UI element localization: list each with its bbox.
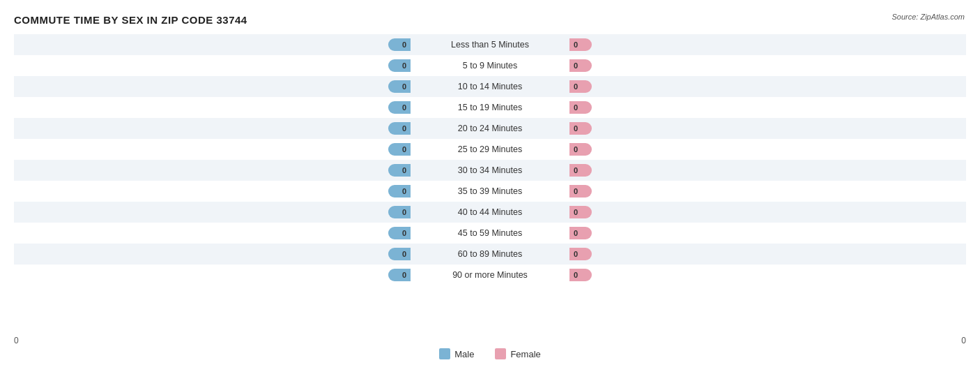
male-value: 0	[402, 229, 406, 237]
female-value: 0	[574, 187, 578, 195]
bar-male: 0	[388, 143, 411, 156]
bar-left-area: 0	[14, 160, 413, 181]
row-label: 45 to 59 Minutes	[413, 228, 567, 238]
bar-male: 0	[388, 227, 411, 239]
legend-male: Male	[439, 348, 474, 359]
bar-section-left: 0 25 to 29 Minutes 0	[14, 139, 966, 160]
row-label: 40 to 44 Minutes	[413, 207, 567, 217]
legend: Male Female	[0, 348, 980, 359]
bar-left-area: 0	[14, 223, 413, 244]
bar-female: 0	[569, 101, 592, 114]
row-label: Less than 5 Minutes	[413, 40, 567, 50]
bar-section-left: 0 60 to 89 Minutes 0	[14, 244, 966, 265]
table-row: 0 Less than 5 Minutes 0	[14, 34, 966, 55]
bar-male: 0	[388, 80, 411, 93]
axis-right: 0	[961, 336, 966, 345]
legend-male-icon	[439, 348, 450, 359]
bar-male: 0	[388, 269, 411, 281]
bar-male: 0	[388, 185, 411, 198]
bar-female: 0	[569, 59, 592, 72]
bar-right-area: 0	[567, 181, 966, 202]
bar-female: 0	[569, 206, 592, 218]
bar-male: 0	[388, 122, 411, 135]
bar-section-left: 0 30 to 34 Minutes 0	[14, 160, 966, 181]
table-row: 0 20 to 24 Minutes 0	[14, 118, 966, 139]
bar-section-left: 0 45 to 59 Minutes 0	[14, 223, 966, 244]
bar-left-area: 0	[14, 118, 413, 139]
table-row: 0 60 to 89 Minutes 0	[14, 244, 966, 265]
bar-left-area: 0	[14, 97, 413, 118]
bar-left-area: 0	[14, 76, 413, 97]
bar-right-area: 0	[567, 223, 966, 244]
bar-female: 0	[569, 80, 592, 93]
male-value: 0	[402, 271, 406, 279]
bar-section-left: 0 90 or more Minutes 0	[14, 265, 966, 285]
male-value: 0	[402, 208, 406, 216]
male-value: 0	[402, 145, 406, 154]
bar-male: 0	[388, 206, 411, 218]
male-value: 0	[402, 250, 406, 258]
bar-left-area: 0	[14, 55, 413, 76]
table-row: 0 10 to 14 Minutes 0	[14, 76, 966, 97]
female-value: 0	[574, 124, 578, 133]
bar-female: 0	[569, 164, 592, 177]
female-value: 0	[574, 229, 578, 237]
chart-title: COMMUTE TIME BY SEX IN ZIP CODE 33744	[14, 14, 966, 26]
bar-section-left: 0 15 to 19 Minutes 0	[14, 97, 966, 118]
bar-section-left: 0 20 to 24 Minutes 0	[14, 118, 966, 139]
table-row: 0 30 to 34 Minutes 0	[14, 160, 966, 181]
female-value: 0	[574, 40, 578, 49]
chart-area: 0 Less than 5 Minutes 0 0 5 to 9 Minutes	[14, 34, 966, 322]
male-value: 0	[402, 187, 406, 195]
male-value: 0	[402, 124, 406, 133]
bar-female: 0	[569, 122, 592, 135]
bar-right-area: 0	[567, 34, 966, 55]
legend-female: Female	[495, 348, 540, 359]
bar-left-area: 0	[14, 202, 413, 223]
row-label: 5 to 9 Minutes	[413, 61, 567, 70]
bar-right-area: 0	[567, 118, 966, 139]
bar-female: 0	[569, 248, 592, 260]
female-value: 0	[574, 166, 578, 174]
chart-container: COMMUTE TIME BY SEX IN ZIP CODE 33744 So…	[0, 0, 980, 365]
axis-left: 0	[14, 336, 19, 345]
bar-left-area: 0	[14, 265, 413, 285]
row-label: 20 to 24 Minutes	[413, 124, 567, 133]
female-value: 0	[574, 250, 578, 258]
bar-right-area: 0	[567, 55, 966, 76]
legend-male-label: Male	[454, 349, 474, 359]
male-value: 0	[402, 40, 406, 49]
row-label: 60 to 89 Minutes	[413, 249, 567, 259]
bar-section-left: 0 35 to 39 Minutes 0	[14, 181, 966, 202]
bar-female: 0	[569, 38, 592, 51]
bar-right-area: 0	[567, 139, 966, 160]
bar-male: 0	[388, 59, 411, 72]
row-label: 25 to 29 Minutes	[413, 144, 567, 154]
row-label: 35 to 39 Minutes	[413, 186, 567, 196]
bar-right-area: 0	[567, 76, 966, 97]
bar-right-area: 0	[567, 265, 966, 285]
bar-male: 0	[388, 38, 411, 51]
row-label: 15 to 19 Minutes	[413, 103, 567, 112]
bar-female: 0	[569, 269, 592, 281]
bar-right-area: 0	[567, 97, 966, 118]
table-row: 0 15 to 19 Minutes 0	[14, 97, 966, 118]
table-row: 0 25 to 29 Minutes 0	[14, 139, 966, 160]
axis-area: 0 0	[14, 333, 966, 345]
bar-left-area: 0	[14, 244, 413, 265]
legend-female-icon	[495, 348, 506, 359]
female-value: 0	[574, 61, 578, 70]
female-value: 0	[574, 103, 578, 112]
bar-right-area: 0	[567, 160, 966, 181]
bar-right-area: 0	[567, 202, 966, 223]
bar-section-left: 0 5 to 9 Minutes 0	[14, 55, 966, 76]
bar-section-left: 0 40 to 44 Minutes 0	[14, 202, 966, 223]
legend-female-label: Female	[510, 349, 540, 359]
female-value: 0	[574, 145, 578, 154]
row-label: 90 or more Minutes	[413, 270, 567, 280]
male-value: 0	[402, 82, 406, 91]
bar-male: 0	[388, 248, 411, 260]
male-value: 0	[402, 103, 406, 112]
table-row: 0 90 or more Minutes 0	[14, 265, 966, 285]
bar-left-area: 0	[14, 34, 413, 55]
